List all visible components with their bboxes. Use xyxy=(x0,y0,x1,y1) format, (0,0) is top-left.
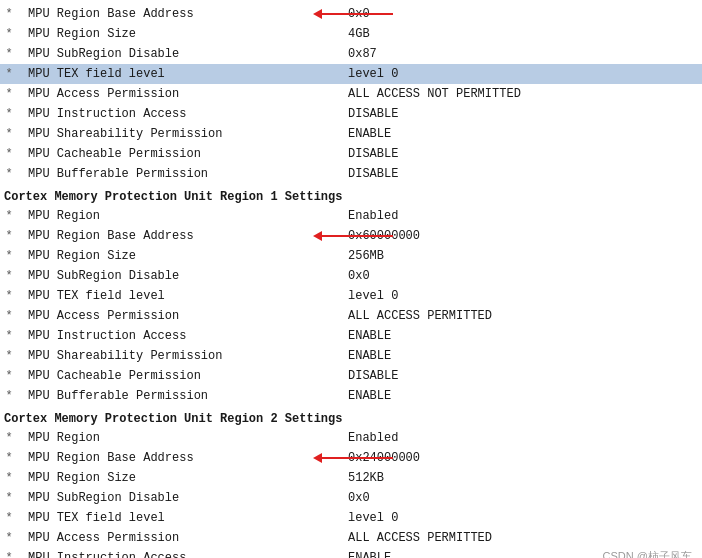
table-row: *MPU Instruction AccessDISABLE xyxy=(0,104,702,124)
row-value: 0x0 xyxy=(318,7,702,21)
row-star: * xyxy=(0,167,18,181)
table-row: *MPU Shareability PermissionENABLE xyxy=(0,124,702,144)
table-row: *MPU Bufferable PermissionENABLE xyxy=(0,386,702,406)
row-value: ALL ACCESS PERMITTED xyxy=(318,309,702,323)
table-row: *MPU Region Base Address0x24000000 xyxy=(0,448,702,468)
row-label: MPU Cacheable Permission xyxy=(18,369,318,383)
settings-table: *MPU Region Base Address0x0*MPU Region S… xyxy=(0,0,702,558)
table-row: *MPU Cacheable PermissionDISABLE xyxy=(0,366,702,386)
row-value: ENABLE xyxy=(318,329,702,343)
section-header: Cortex Memory Protection Unit Region 2 S… xyxy=(0,406,702,428)
row-value: ENABLE xyxy=(318,127,702,141)
row-label: MPU Bufferable Permission xyxy=(18,389,318,403)
row-star: * xyxy=(0,147,18,161)
row-value: Enabled xyxy=(318,431,702,445)
row-label: MPU Access Permission xyxy=(18,531,318,545)
watermark: CSDN @柿子风车 xyxy=(603,549,692,558)
row-label: MPU Region Base Address xyxy=(18,7,318,21)
row-star: * xyxy=(0,209,18,223)
table-row: *MPU Region Size4GB xyxy=(0,24,702,44)
table-row: *MPU Region Size512KB xyxy=(0,468,702,488)
row-star: * xyxy=(0,369,18,383)
table-row: *MPU Instruction AccessENABLE xyxy=(0,548,702,558)
row-value: level 0 xyxy=(318,511,702,525)
row-value: 0x87 xyxy=(318,47,702,61)
table-row: *MPU Bufferable PermissionDISABLE xyxy=(0,164,702,184)
row-star: * xyxy=(0,431,18,445)
table-row: *MPU TEX field levellevel 0 xyxy=(0,508,702,528)
section-header: Cortex Memory Protection Unit Region 1 S… xyxy=(0,184,702,206)
table-row: *MPU Access PermissionALL ACCESS PERMITT… xyxy=(0,306,702,326)
row-star: * xyxy=(0,249,18,263)
row-star: * xyxy=(0,269,18,283)
row-value: 256MB xyxy=(318,249,702,263)
row-star: * xyxy=(0,289,18,303)
row-label: MPU TEX field level xyxy=(18,67,318,81)
row-label: MPU SubRegion Disable xyxy=(18,47,318,61)
table-row: *MPU RegionEnabled xyxy=(0,428,702,448)
row-label: MPU Region Size xyxy=(18,27,318,41)
row-value: DISABLE xyxy=(318,369,702,383)
table-row: *MPU Access PermissionALL ACCESS NOT PER… xyxy=(0,84,702,104)
row-label: MPU TEX field level xyxy=(18,289,318,303)
row-value: 0x0 xyxy=(318,269,702,283)
row-label: MPU Instruction Access xyxy=(18,107,318,121)
row-label: MPU TEX field level xyxy=(18,511,318,525)
row-star: * xyxy=(0,531,18,545)
table-row: *MPU SubRegion Disable0x0 xyxy=(0,266,702,286)
table-row: *MPU RegionEnabled xyxy=(0,206,702,226)
table-row: *MPU SubRegion Disable0x0 xyxy=(0,488,702,508)
table-row: *MPU Region Base Address0x60000000 xyxy=(0,226,702,246)
row-label: MPU Region Size xyxy=(18,249,318,263)
row-value: level 0 xyxy=(318,67,702,81)
row-label: MPU Access Permission xyxy=(18,87,318,101)
row-label: MPU Instruction Access xyxy=(18,329,318,343)
table-row: *MPU Access PermissionALL ACCESS PERMITT… xyxy=(0,528,702,548)
row-label: MPU Region xyxy=(18,431,318,445)
row-star: * xyxy=(0,329,18,343)
table-row: *MPU Cacheable PermissionDISABLE xyxy=(0,144,702,164)
table-row: *MPU TEX field levellevel 0 xyxy=(0,286,702,306)
row-star: * xyxy=(0,451,18,465)
row-star: * xyxy=(0,87,18,101)
table-row: *MPU SubRegion Disable0x87 xyxy=(0,44,702,64)
row-label: MPU Region Size xyxy=(18,471,318,485)
row-star: * xyxy=(0,229,18,243)
table-row: *MPU Instruction AccessENABLE xyxy=(0,326,702,346)
row-value: 0x0 xyxy=(318,491,702,505)
row-star: * xyxy=(0,349,18,363)
row-star: * xyxy=(0,67,18,81)
row-value: DISABLE xyxy=(318,107,702,121)
row-label: MPU Region Base Address xyxy=(18,229,318,243)
row-value: DISABLE xyxy=(318,147,702,161)
row-star: * xyxy=(0,27,18,41)
row-value: Enabled xyxy=(318,209,702,223)
row-star: * xyxy=(0,127,18,141)
row-value: ALL ACCESS NOT PERMITTED xyxy=(318,87,702,101)
row-label: MPU Instruction Access xyxy=(18,551,318,558)
row-value: 512KB xyxy=(318,471,702,485)
row-label: MPU Bufferable Permission xyxy=(18,167,318,181)
row-label: MPU Cacheable Permission xyxy=(18,147,318,161)
table-row: *MPU Shareability PermissionENABLE xyxy=(0,346,702,366)
row-value: ALL ACCESS PERMITTED xyxy=(318,531,702,545)
row-value: ENABLE xyxy=(318,389,702,403)
row-label: MPU Region xyxy=(18,209,318,223)
row-label: MPU Access Permission xyxy=(18,309,318,323)
row-value: level 0 xyxy=(318,289,702,303)
row-star: * xyxy=(0,7,18,21)
row-star: * xyxy=(0,47,18,61)
row-value: 0x24000000 xyxy=(318,451,702,465)
row-label: MPU Region Base Address xyxy=(18,451,318,465)
row-star: * xyxy=(0,551,18,558)
row-value: DISABLE xyxy=(318,167,702,181)
row-star: * xyxy=(0,107,18,121)
row-value: 0x60000000 xyxy=(318,229,702,243)
row-star: * xyxy=(0,471,18,485)
table-row: *MPU TEX field levellevel 0 xyxy=(0,64,702,84)
row-label: MPU Shareability Permission xyxy=(18,349,318,363)
row-star: * xyxy=(0,309,18,323)
row-label: MPU SubRegion Disable xyxy=(18,491,318,505)
row-value: ENABLE xyxy=(318,349,702,363)
row-label: MPU SubRegion Disable xyxy=(18,269,318,283)
